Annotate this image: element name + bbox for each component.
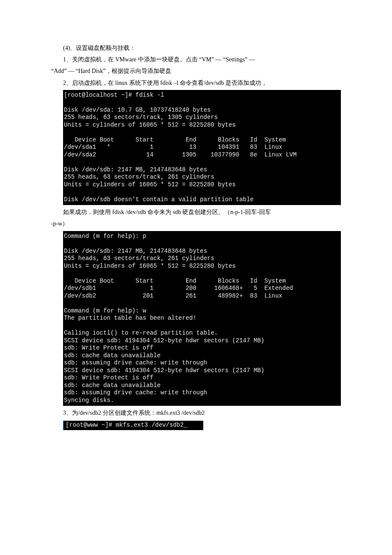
terminal-output-fdisk-l: [root@localhost ~]# fdisk -l Disk /dev/s… — [63, 90, 341, 205]
paragraph-step3: 3、为/dev/sdb2 分区创建文件系统：mkfs.ext3 /dev/sdb… — [51, 408, 341, 418]
terminal-output-fdisk-p-w: Command (m for help): p Disk /dev/sdb: 2… — [63, 231, 341, 406]
paragraph-step1-line2: “Add” — “Hard Disk”，根据提示向导添加硬盘 — [51, 66, 341, 76]
paragraph-success-line2: -p-w） — [51, 218, 341, 229]
paragraph-intro: (4)、设置磁盘配额与挂载： — [51, 43, 341, 53]
terminal-output-mkfs: [root@www ~]# mkfs.ext3 /dev/sdb2_ — [63, 421, 203, 430]
paragraph-step1-line1: 1、关闭虚拟机，在 VMware 中添加一块硬盘。点击 “VM” — “Sett… — [51, 54, 341, 65]
paragraph-success-line1: 如果成功，则使用 fdisk /dev/sdb 命令来为 sdb 硬盘创建分区。… — [51, 207, 341, 217]
paragraph-step2: 2、启动虚拟机，在 linux 系统下使用 fdisk –l 命令查看/dev/… — [51, 78, 341, 88]
